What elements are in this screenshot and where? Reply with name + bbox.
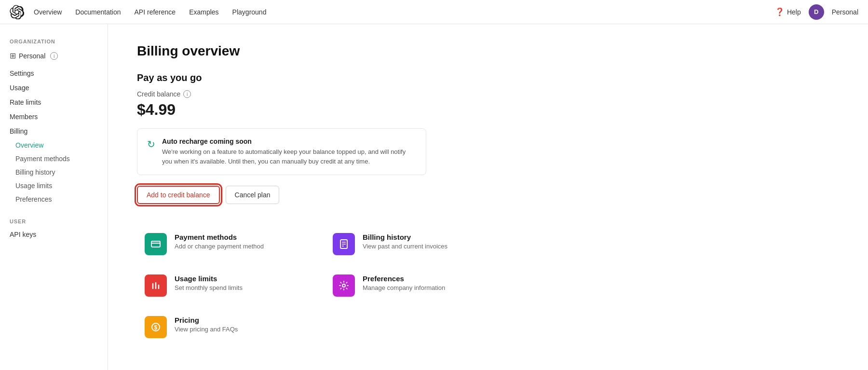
org-item[interactable]: ⊞ Personal i — [0, 47, 108, 66]
topnav-right: ❓ Help D Personal — [775, 4, 858, 20]
cards-grid: Payment methods Add or change payment me… — [137, 223, 513, 348]
help-label: Help — [787, 8, 801, 16]
sidebar-sub-item-preferences[interactable]: Preferences — [0, 192, 108, 206]
sidebar-item-settings[interactable]: Settings — [0, 66, 108, 81]
main-content: Billing overview Pay as you go Credit ba… — [108, 24, 638, 370]
svg-rect-0 — [151, 241, 160, 247]
usage-limits-icon — [145, 274, 167, 297]
sidebar-item-rate-limits[interactable]: Rate limits — [0, 95, 108, 110]
svg-text:$: $ — [154, 324, 158, 331]
help-circle-icon: ❓ — [775, 7, 785, 16]
info-box-content: Auto recharge coming soon We're working … — [162, 137, 416, 166]
payment-methods-text: Payment methods Add or change payment me… — [175, 233, 264, 250]
pricing-card[interactable]: $ Pricing View pricing and FAQs — [137, 306, 325, 348]
payment-methods-title: Payment methods — [175, 233, 264, 241]
payment-methods-icon — [145, 233, 167, 255]
preferences-title: Preferences — [363, 274, 445, 283]
credit-info-icon[interactable]: i — [183, 90, 191, 98]
user-section-label: USER — [0, 214, 108, 227]
action-buttons: Add to credit balance Cancel plan — [137, 186, 610, 204]
logo-icon[interactable] — [10, 5, 24, 19]
cancel-plan-button[interactable]: Cancel plan — [226, 186, 280, 204]
add-credit-button[interactable]: Add to credit balance — [137, 186, 220, 204]
info-box-title: Auto recharge coming soon — [162, 137, 416, 145]
personal-label[interactable]: Personal — [832, 8, 858, 16]
info-box-body: We're working on a feature to automatica… — [162, 147, 416, 166]
sidebar-item-label: Usage — [10, 84, 29, 92]
sidebar-sub-item-overview[interactable]: Overview — [0, 138, 108, 152]
topnav: Overview Documentation API reference Exa… — [0, 0, 868, 24]
sidebar-sub-item-usage-limits[interactable]: Usage limits — [0, 179, 108, 192]
sidebar-item-api-keys[interactable]: API keys — [0, 227, 108, 242]
sidebar-item-label: Billing — [10, 127, 27, 135]
sidebar-item-label: Rate limits — [10, 98, 41, 106]
usage-limits-desc: Set monthly spend limits — [175, 284, 243, 291]
sidebar-sub-item-payment-methods[interactable]: Payment methods — [0, 152, 108, 165]
preferences-desc: Manage company information — [363, 284, 445, 291]
help-button[interactable]: ❓ Help — [775, 7, 801, 16]
org-icon: ⊞ — [10, 51, 16, 60]
org-info-icon[interactable]: i — [50, 52, 58, 60]
nav-documentation[interactable]: Documentation — [75, 8, 121, 16]
topnav-links: Overview Documentation API reference Exa… — [34, 8, 266, 16]
billing-history-text: Billing history View past and current in… — [363, 233, 448, 250]
billing-history-title: Billing history — [363, 233, 448, 241]
nav-api-reference[interactable]: API reference — [135, 8, 176, 16]
preferences-card[interactable]: Preferences Manage company information — [325, 265, 513, 306]
layout: ORGANIZATION ⊞ Personal i Settings Usage… — [0, 24, 868, 370]
preferences-icon — [333, 274, 355, 297]
billing-history-card[interactable]: Billing history View past and current in… — [325, 223, 513, 265]
page-title: Billing overview — [137, 43, 610, 59]
pricing-text: Pricing View pricing and FAQs — [175, 316, 238, 333]
pricing-title: Pricing — [175, 316, 238, 324]
sidebar-item-label: API keys — [10, 231, 36, 238]
credit-amount: $4.99 — [137, 101, 610, 119]
payment-methods-card[interactable]: Payment methods Add or change payment me… — [137, 223, 325, 265]
billing-history-desc: View past and current invoices — [363, 243, 448, 250]
sidebar-item-usage[interactable]: Usage — [0, 81, 108, 95]
usage-limits-text: Usage limits Set monthly spend limits — [175, 274, 243, 291]
sidebar-item-label: Settings — [10, 69, 34, 77]
info-box: ↻ Auto recharge coming soon We're workin… — [137, 128, 426, 175]
credit-label: Credit balance i — [137, 90, 610, 98]
sidebar: ORGANIZATION ⊞ Personal i Settings Usage… — [0, 24, 108, 370]
pay-section-title: Pay as you go — [137, 72, 610, 83]
usage-limits-title: Usage limits — [175, 274, 243, 283]
sidebar-item-label: Members — [10, 113, 38, 121]
nav-playground[interactable]: Playground — [232, 8, 267, 16]
svg-point-9 — [342, 284, 345, 287]
sidebar-item-members[interactable]: Members — [0, 110, 108, 124]
sidebar-sub-item-billing-history[interactable]: Billing history — [0, 165, 108, 179]
pricing-desc: View pricing and FAQs — [175, 326, 238, 333]
payment-methods-desc: Add or change payment method — [175, 243, 264, 250]
sidebar-item-billing[interactable]: Billing — [0, 124, 108, 138]
preferences-text: Preferences Manage company information — [363, 274, 445, 291]
pricing-icon: $ — [145, 316, 167, 338]
refresh-icon: ↻ — [147, 138, 155, 150]
usage-limits-card[interactable]: Usage limits Set monthly spend limits — [137, 265, 325, 306]
nav-examples[interactable]: Examples — [189, 8, 218, 16]
org-section-label: ORGANIZATION — [0, 34, 108, 47]
org-name: Personal — [19, 52, 45, 60]
billing-history-icon — [333, 233, 355, 255]
nav-overview[interactable]: Overview — [34, 8, 62, 16]
avatar[interactable]: D — [809, 4, 824, 20]
